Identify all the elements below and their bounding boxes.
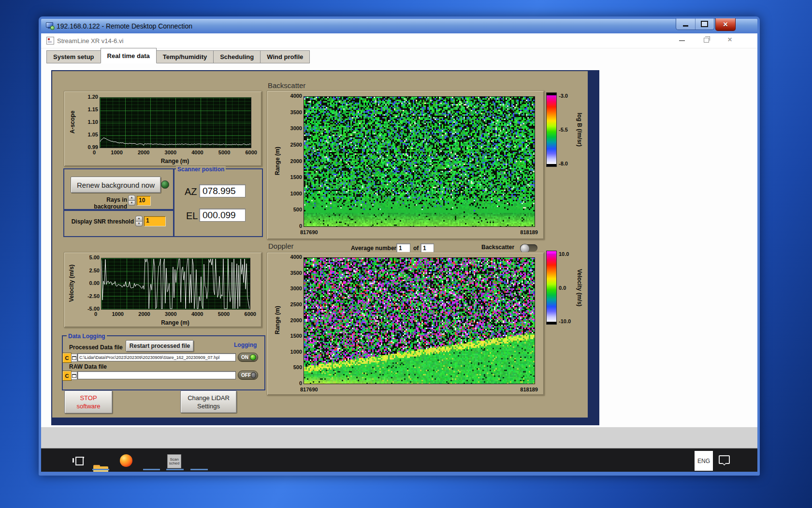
close-button[interactable]: ✕	[715, 18, 736, 31]
tick-label: 0	[94, 311, 97, 318]
raw-logging-toggle[interactable]: OFF	[238, 371, 258, 380]
velocity-y-axis-label: Velocity (m/s)	[68, 258, 75, 309]
rdp-titlebar[interactable]: 192.168.0.122 - Remote Desktop Connectio…	[41, 19, 757, 33]
vi-restore-icon[interactable]	[704, 38, 709, 43]
vi-minimize-icon[interactable]	[679, 40, 685, 41]
tick-label: 3000	[290, 285, 302, 292]
doppler-title: Doppler	[268, 242, 294, 250]
backscatter-heatmap-canvas	[304, 97, 535, 226]
tab-scheduling[interactable]: Scheduling	[214, 50, 261, 63]
doppler-x-ticks: 817690 818189	[300, 387, 538, 393]
tick-label: 3000	[290, 125, 302, 132]
el-label: EL	[186, 210, 198, 222]
doppler-x-start: 817690	[300, 387, 318, 393]
vi-titlebar[interactable]: StreamLine XR v14-6.vi ✕	[41, 33, 757, 48]
maximize-button[interactable]	[696, 18, 714, 30]
language-indicator[interactable]: ENG	[695, 451, 713, 471]
spinner-up-icon[interactable]: ▲	[128, 195, 135, 201]
of-label: of	[413, 245, 419, 252]
vi-close-icon[interactable]: ✕	[727, 36, 732, 43]
rdp-window: 192.168.0.122 - Remote Desktop Connectio…	[39, 16, 760, 476]
tick-label: 1500	[290, 333, 302, 339]
task-view-icon[interactable]	[72, 455, 84, 466]
ascope-y-axis-label: A-scope	[69, 97, 76, 147]
rdp-window-buttons	[676, 18, 714, 30]
tick-label: -3.0	[559, 93, 575, 99]
backscatter-colorbar-ticks: -3.0-5.5-8.0	[559, 93, 575, 166]
vi-window-title: StreamLine XR v14-6.vi	[57, 37, 123, 45]
el-value-field[interactable]: 000.099	[199, 209, 246, 222]
renew-led-indicator	[161, 180, 169, 189]
tick-label: 4000	[191, 311, 203, 318]
snr-spinner[interactable]: ▲▼	[135, 216, 143, 226]
ascope-y-ticks: 1.201.151.101.050.99	[81, 94, 98, 150]
tab-wind-profile[interactable]: Wind profile	[261, 50, 310, 63]
doppler-colorbar-label: Velocity (m/s)	[576, 251, 583, 325]
raw-browse-button[interactable]	[71, 372, 77, 380]
tick-label: 5000	[218, 311, 230, 318]
raw-drive-selector[interactable]: C	[62, 371, 72, 381]
velocity-x-ticks: 0100020003000400050006000	[94, 311, 256, 318]
firefox-icon[interactable]	[120, 454, 132, 467]
maximize-icon	[701, 21, 708, 27]
tick-label: 1000	[290, 349, 302, 355]
tick-label: 3000	[165, 149, 176, 156]
doppler-graph: Range (m) 400035003000250020001500100050…	[267, 252, 544, 395]
off-led-icon	[251, 372, 256, 378]
tab-real-time-data[interactable]: Real time data	[101, 48, 157, 63]
tick-label: 500	[293, 364, 302, 371]
doppler-x-end: 818189	[520, 387, 538, 393]
tick-label: 0.0	[559, 285, 577, 291]
backscatter-toggle-switch[interactable]	[520, 244, 537, 252]
tick-label: 2.50	[89, 268, 100, 274]
velocity-graph: Velocity (m/s) 5.002.500.00-2.50-5.00 01…	[64, 252, 262, 328]
tab-system-setup[interactable]: System setup	[46, 50, 101, 63]
tick-label: 2500	[290, 142, 302, 148]
ascope-x-axis-label: Range (m)	[100, 158, 250, 164]
tick-label: 4000	[191, 149, 203, 156]
backscatter-y-axis-label: Range (m)	[274, 96, 281, 226]
backscatter-colorbar-label: log B (/m/sr)	[576, 92, 583, 167]
backscatter-plot-area	[304, 96, 535, 227]
processed-path-field[interactable]: C:\Lidar\Data\Proc\2023\202309\20230909\…	[77, 353, 236, 361]
average-total-field[interactable]: 1	[420, 243, 434, 253]
ascope-plot-area	[100, 97, 251, 148]
minimize-button[interactable]	[676, 18, 696, 30]
data-logging-title: Data Logging	[67, 333, 107, 340]
tick-label: -5.5	[559, 127, 575, 133]
processed-drive-selector[interactable]: C	[62, 353, 72, 363]
raw-path-field[interactable]	[77, 371, 236, 379]
processed-browse-button[interactable]	[71, 354, 77, 362]
remote-desktop-icon	[46, 22, 54, 30]
spinner-up-icon[interactable]: ▲	[135, 216, 143, 222]
tab-temp-humidity[interactable]: Temp/humidity	[157, 50, 214, 63]
snr-value-field[interactable]: 1	[144, 216, 165, 226]
renew-background-button[interactable]: Renew background now	[71, 177, 161, 193]
average-number-field[interactable]: 1	[396, 243, 410, 253]
tick-label: -2.50	[87, 293, 100, 299]
restart-processed-file-button[interactable]: Restart processed file	[126, 340, 194, 352]
stop-software-button[interactable]: STOP software	[64, 390, 113, 414]
az-value-field[interactable]: 078.995	[199, 184, 246, 197]
spinner-down-icon[interactable]: ▼	[128, 201, 135, 206]
doppler-heatmap-canvas	[304, 258, 535, 384]
backscatter-y-ticks: 40003500300025002000150010005000	[282, 93, 302, 229]
change-lidar-settings-button[interactable]: Change LiDAR Settings	[180, 390, 237, 413]
close-icon: ✕	[723, 21, 728, 28]
notification-center-icon[interactable]	[719, 455, 730, 464]
backscatter-graph: Range (m) 400035003000250020001500100050…	[267, 90, 544, 239]
rdp-client-area: StreamLine XR v14-6.vi ✕ System setup Re…	[41, 33, 757, 472]
tick-label: 3500	[290, 109, 302, 116]
spinner-down-icon[interactable]: ▼	[135, 222, 143, 227]
backscatter-x-ticks: 817690 818189	[300, 229, 538, 236]
tick-label: 3500	[290, 270, 302, 276]
processed-logging-toggle[interactable]: ON	[238, 353, 258, 362]
tick-label: 5.00	[89, 254, 100, 261]
tick-label: 1000	[112, 311, 123, 318]
scan-scheduler-icon[interactable]: Scan sched	[167, 454, 181, 468]
rays-spinner[interactable]: ▲▼	[128, 195, 135, 206]
logging-label: Logging	[234, 342, 257, 348]
open-app-indicator	[190, 469, 208, 470]
rays-value-field[interactable]: 10	[137, 196, 150, 205]
file-explorer-icon[interactable]	[93, 465, 108, 472]
